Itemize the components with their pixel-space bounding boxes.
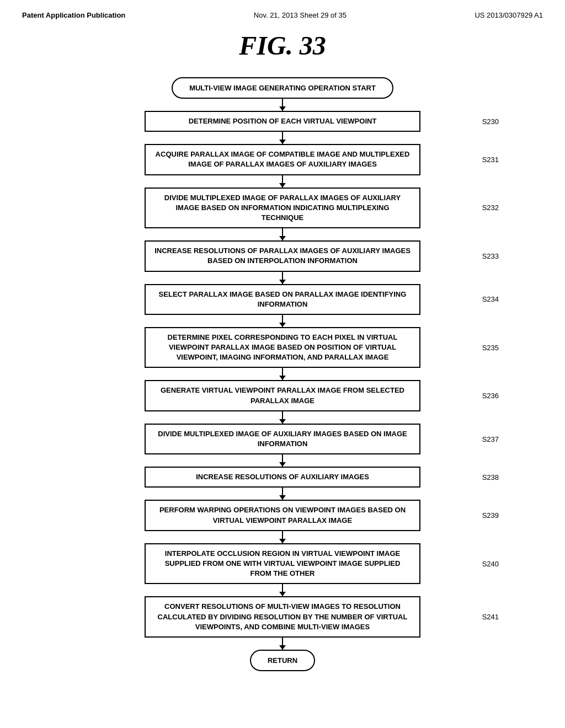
flow-end: RETURN: [66, 650, 499, 671]
label-s233: S233: [482, 252, 499, 260]
label-s241: S241: [482, 613, 499, 621]
label-s236: S236: [482, 392, 499, 400]
arrow-3: [66, 228, 499, 240]
start-box: MULTI-VIEW IMAGE GENERATING OPERATION ST…: [172, 77, 393, 99]
arrow-6: [66, 368, 499, 380]
box-s238: INCREASE RESOLUTIONS OF AUXILIARY IMAGES: [145, 467, 420, 488]
box-s239: PERFORM WARPING OPERATIONS ON VIEWPOINT …: [145, 500, 420, 531]
box-s232: DIVIDE MULTIPLEXED IMAGE OF PARALLAX IMA…: [145, 188, 420, 229]
arrow-5: [66, 315, 499, 327]
arrow-4: [66, 272, 499, 284]
flow-s237: DIVIDE MULTIPLEXED IMAGE OF AUXILIARY IM…: [66, 424, 499, 454]
flowchart: MULTI-VIEW IMAGE GENERATING OPERATION ST…: [22, 77, 543, 671]
label-s235: S235: [482, 344, 499, 352]
box-s234: SELECT PARALLAX IMAGE BASED ON PARALLAX …: [145, 284, 420, 315]
label-s231: S231: [482, 156, 499, 164]
arrow-12: [66, 638, 499, 650]
label-s238: S238: [482, 473, 499, 481]
flow-s239: PERFORM WARPING OPERATIONS ON VIEWPOINT …: [66, 500, 499, 531]
figure-title: FIG. 33: [22, 30, 543, 61]
end-box: RETURN: [250, 650, 315, 671]
flow-start: MULTI-VIEW IMAGE GENERATING OPERATION ST…: [66, 77, 499, 99]
flow-s241: CONVERT RESOLUTIONS OF MULTI-VIEW IMAGES…: [66, 596, 499, 638]
arrow-0: [66, 99, 499, 111]
label-s239: S239: [482, 511, 499, 520]
flow-s238: INCREASE RESOLUTIONS OF AUXILIARY IMAGES…: [66, 467, 499, 488]
box-s241: CONVERT RESOLUTIONS OF MULTI-VIEW IMAGES…: [145, 596, 420, 638]
flow-s234: SELECT PARALLAX IMAGE BASED ON PARALLAX …: [66, 284, 499, 315]
box-s235: DETERMINE PIXEL CORRESPONDING TO EACH PI…: [145, 327, 420, 368]
header-right: US 2013/0307929 A1: [475, 11, 543, 19]
arrow-1: [66, 132, 499, 144]
flow-s230: DETERMINE POSITION OF EACH VIRTUAL VIEWP…: [66, 111, 499, 132]
box-s231: ACQUIRE PARALLAX IMAGE OF COMPATIBLE IMA…: [145, 144, 420, 175]
flow-s236: GENERATE VIRTUAL VIEWPOINT PARALLAX IMAG…: [66, 380, 499, 411]
box-s236: GENERATE VIRTUAL VIEWPOINT PARALLAX IMAG…: [145, 380, 420, 411]
box-s237: DIVIDE MULTIPLEXED IMAGE OF AUXILIARY IM…: [145, 424, 420, 454]
arrow-7: [66, 411, 499, 424]
page: Patent Application Publication Nov. 21, …: [0, 0, 565, 728]
flow-s235: DETERMINE PIXEL CORRESPONDING TO EACH PI…: [66, 327, 499, 368]
arrow-2: [66, 175, 499, 188]
flow-s231: ACQUIRE PARALLAX IMAGE OF COMPATIBLE IMA…: [66, 144, 499, 175]
flow-s240: INTERPOLATE OCCLUSION REGION IN VIRTUAL …: [66, 543, 499, 585]
flow-s232: DIVIDE MULTIPLEXED IMAGE OF PARALLAX IMA…: [66, 188, 499, 229]
header-center: Nov. 21, 2013 Sheet 29 of 35: [254, 11, 347, 19]
box-s240: INTERPOLATE OCCLUSION REGION IN VIRTUAL …: [145, 543, 420, 585]
arrow-11: [66, 584, 499, 596]
arrow-9: [66, 488, 499, 500]
label-s237: S237: [482, 435, 499, 443]
label-s234: S234: [482, 295, 499, 303]
label-s230: S230: [482, 117, 499, 126]
flow-s233: INCREASE RESOLUTIONS OF PARALLAX IMAGES …: [66, 240, 499, 271]
label-s240: S240: [482, 560, 499, 568]
page-header: Patent Application Publication Nov. 21, …: [22, 11, 543, 19]
box-s230: DETERMINE POSITION OF EACH VIRTUAL VIEWP…: [145, 111, 420, 132]
arrow-10: [66, 531, 499, 543]
arrow-8: [66, 454, 499, 467]
label-s232: S232: [482, 204, 499, 212]
box-s233: INCREASE RESOLUTIONS OF PARALLAX IMAGES …: [145, 240, 420, 271]
header-left: Patent Application Publication: [22, 11, 125, 19]
